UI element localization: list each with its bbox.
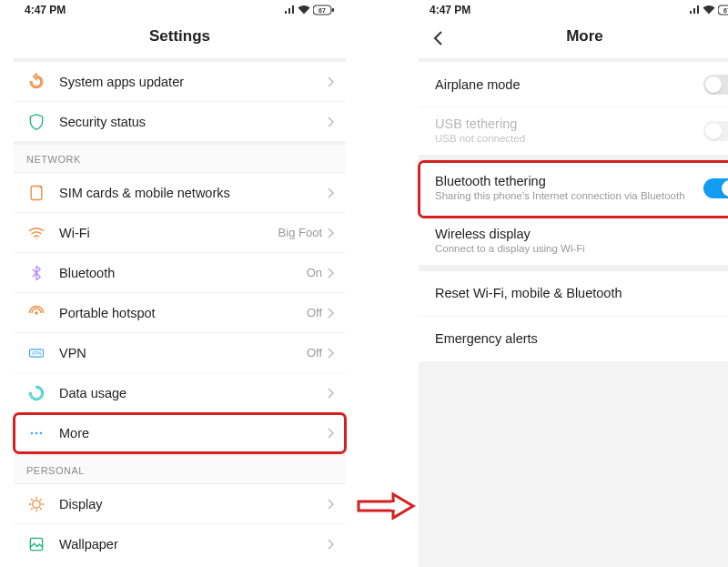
chevron-right-icon bbox=[328, 388, 335, 399]
svg-rect-3 bbox=[31, 186, 42, 199]
row-label: Reset Wi-Fi, mobile & Bluetooth bbox=[435, 286, 728, 300]
svg-point-9 bbox=[40, 431, 43, 434]
status-icons: 67 bbox=[284, 5, 335, 15]
row-label: More bbox=[59, 426, 328, 440]
svg-text:67: 67 bbox=[318, 7, 326, 14]
svg-point-4 bbox=[35, 311, 37, 314]
row-label: Emergency alerts bbox=[435, 331, 728, 346]
row-value: Off bbox=[307, 346, 322, 359]
row-label: Display bbox=[59, 497, 328, 511]
toggle-usb-tethering bbox=[703, 121, 728, 141]
settings-screen: 4:47 PM 67 Settings System apps updater … bbox=[14, 0, 346, 567]
row-security-status[interactable]: Security status bbox=[14, 102, 346, 142]
more-screen: 4:47 PM 67 More Airplane mode USB tether… bbox=[419, 0, 728, 567]
svg-point-8 bbox=[35, 431, 38, 434]
row-emergency-alerts[interactable]: Emergency alerts bbox=[419, 317, 728, 362]
display-icon bbox=[26, 494, 46, 514]
svg-rect-15 bbox=[359, 501, 393, 511]
row-label: Security status bbox=[59, 115, 328, 129]
chevron-right-icon bbox=[328, 428, 335, 439]
battery-icon: 67 bbox=[718, 5, 728, 15]
row-label: Wireless display bbox=[435, 227, 728, 241]
row-data-usage[interactable]: Data usage bbox=[14, 373, 346, 413]
section-network: NETWORK bbox=[14, 142, 346, 173]
svg-rect-11 bbox=[30, 538, 42, 550]
status-bar: 4:47 PM 67 bbox=[419, 0, 728, 18]
empty-area bbox=[419, 362, 728, 567]
status-time: 4:47 PM bbox=[430, 4, 470, 16]
shield-icon bbox=[26, 112, 46, 132]
svg-text:67: 67 bbox=[723, 7, 728, 14]
data-usage-icon bbox=[26, 383, 46, 403]
header: Settings bbox=[14, 18, 346, 58]
wifi-icon bbox=[298, 5, 310, 15]
svg-point-7 bbox=[31, 431, 34, 434]
row-sim-cards[interactable]: SIM cards & mobile networks bbox=[14, 173, 346, 213]
battery-icon: 67 bbox=[313, 5, 335, 15]
row-label: Airplane mode bbox=[435, 77, 703, 92]
chevron-right-icon bbox=[328, 308, 335, 319]
svg-point-10 bbox=[33, 500, 40, 507]
back-button[interactable] bbox=[428, 27, 450, 49]
toggle-airplane[interactable] bbox=[703, 75, 728, 95]
wifi-icon bbox=[26, 223, 46, 243]
row-display[interactable]: Display bbox=[14, 484, 346, 524]
row-label: USB tethering bbox=[435, 116, 703, 131]
signal-icon bbox=[689, 5, 700, 15]
svg-text:VPN: VPN bbox=[32, 350, 42, 356]
signal-icon bbox=[284, 5, 295, 15]
row-more[interactable]: More bbox=[14, 413, 346, 453]
row-label: Bluetooth bbox=[59, 266, 307, 280]
row-label: VPN bbox=[59, 346, 307, 360]
row-wireless-display[interactable]: Wireless display Connect to a display us… bbox=[419, 218, 728, 266]
row-label: Bluetooth tethering bbox=[435, 174, 703, 188]
chevron-right-icon bbox=[328, 187, 335, 198]
row-label: Wallpaper bbox=[59, 537, 328, 552]
toggle-bluetooth-tethering[interactable] bbox=[703, 178, 728, 198]
row-wifi[interactable]: Wi-Fi Big Foot bbox=[14, 213, 346, 253]
update-icon bbox=[26, 72, 46, 92]
row-hotspot[interactable]: Portable hotspot Off bbox=[14, 293, 346, 333]
chevron-right-icon bbox=[328, 228, 335, 238]
row-label: Wi-Fi bbox=[59, 226, 278, 240]
chevron-right-icon bbox=[328, 348, 335, 359]
chevron-right-icon bbox=[328, 499, 335, 510]
row-bluetooth[interactable]: Bluetooth On bbox=[14, 253, 346, 293]
row-label: Portable hotspot bbox=[59, 306, 307, 320]
row-vpn[interactable]: VPN VPN Off bbox=[14, 333, 346, 373]
status-time: 4:47 PM bbox=[25, 4, 66, 16]
row-label: SIM cards & mobile networks bbox=[59, 186, 328, 200]
sim-icon bbox=[26, 183, 46, 203]
more-icon bbox=[26, 423, 46, 443]
chevron-right-icon bbox=[328, 268, 335, 278]
row-value: On bbox=[307, 266, 322, 279]
hotspot-icon bbox=[26, 303, 46, 323]
chevron-left-icon bbox=[428, 27, 450, 49]
svg-rect-1 bbox=[332, 8, 334, 12]
chevron-right-icon bbox=[328, 116, 335, 127]
arrow-right-icon bbox=[357, 491, 417, 521]
row-label: System apps updater bbox=[59, 75, 328, 89]
row-airplane-mode[interactable]: Airplane mode bbox=[419, 62, 728, 107]
header: More bbox=[419, 18, 728, 58]
arrow-annotation bbox=[357, 491, 417, 521]
status-icons: 67 bbox=[689, 5, 728, 15]
svg-rect-16 bbox=[391, 502, 396, 510]
section-personal: PERSONAL bbox=[14, 453, 346, 484]
row-label: Data usage bbox=[59, 386, 328, 400]
status-bar: 4:47 PM 67 bbox=[14, 0, 346, 18]
row-system-apps-updater[interactable]: System apps updater bbox=[14, 62, 346, 102]
row-value: Off bbox=[307, 306, 322, 319]
row-wallpaper[interactable]: Wallpaper bbox=[14, 524, 346, 564]
chevron-right-icon bbox=[328, 539, 335, 550]
row-sublabel: USB not connected bbox=[435, 132, 703, 146]
wallpaper-icon bbox=[26, 534, 46, 554]
row-bluetooth-tethering[interactable]: Bluetooth tethering Sharing this phone's… bbox=[419, 161, 728, 218]
page-title: Settings bbox=[14, 27, 346, 46]
row-usb-tethering: USB tethering USB not connected bbox=[419, 107, 728, 156]
row-sublabel: Connect to a display using Wi-Fi bbox=[435, 242, 728, 256]
chevron-right-icon bbox=[328, 76, 335, 87]
page-title: More bbox=[419, 27, 728, 46]
row-reset-network[interactable]: Reset Wi-Fi, mobile & Bluetooth bbox=[419, 271, 728, 317]
vpn-icon: VPN bbox=[26, 343, 46, 363]
